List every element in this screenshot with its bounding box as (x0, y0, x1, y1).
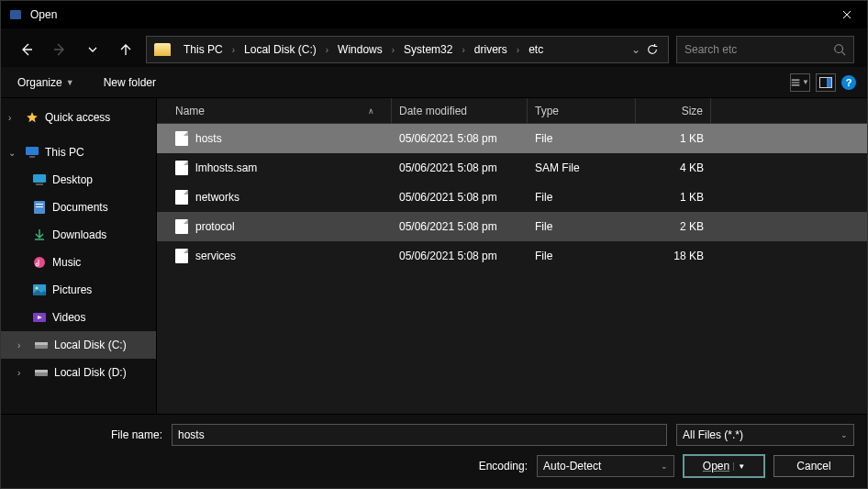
chevron-right-icon: › (17, 340, 28, 350)
encoding-select[interactable]: Auto-Detect ⌄ (537, 455, 674, 477)
arrow-up-icon (118, 42, 133, 57)
svg-rect-4 (26, 147, 39, 155)
forward-button[interactable] (47, 37, 72, 62)
filename-input[interactable] (172, 424, 667, 446)
file-icon (175, 190, 188, 205)
music-icon (32, 255, 47, 270)
tree-label: Documents (52, 201, 108, 214)
tree-label: Local Disk (C:) (54, 339, 127, 351)
chevron-right-icon: › (8, 113, 19, 123)
file-list[interactable]: hosts05/06/2021 5:08 pmFile1 KBlmhosts.s… (157, 124, 867, 271)
arrow-left-icon (19, 42, 34, 57)
tree-item-pictures[interactable]: Pictures (1, 276, 156, 304)
svg-rect-0 (10, 10, 21, 19)
breadcrumb-item[interactable]: etc (523, 43, 549, 56)
column-header-size[interactable]: Size (636, 98, 711, 123)
file-type: File (528, 250, 636, 262)
breadcrumb-item[interactable]: Windows (332, 43, 388, 56)
star-icon (25, 110, 39, 125)
file-icon (175, 249, 188, 263)
svg-rect-16 (35, 342, 48, 345)
desktop-icon (32, 172, 47, 187)
close-button[interactable] (826, 1, 867, 28)
preview-pane-icon (819, 77, 832, 88)
file-size: 18 KB (636, 250, 711, 262)
tree-label: Music (52, 256, 81, 269)
tree-item-local-disk-d[interactable]: › Local Disk (D:) (1, 359, 156, 386)
breadcrumb-item[interactable]: Local Disk (C:) (239, 43, 322, 56)
tree-item-downloads[interactable]: Downloads (1, 221, 156, 249)
breadcrumb-item[interactable]: System32 (398, 43, 458, 56)
new-folder-button[interactable]: New folder (98, 72, 161, 93)
chevron-down-icon[interactable]: ⌄ (631, 43, 640, 56)
address-bar[interactable]: This PC› Local Disk (C:)› Windows› Syste… (146, 36, 669, 63)
view-options-button[interactable]: ▼ (790, 73, 810, 92)
filename-label: File name: (14, 428, 162, 441)
help-button[interactable]: ? (841, 75, 856, 90)
open-button[interactable]: Open ▼ (684, 455, 764, 477)
svg-rect-9 (36, 204, 43, 205)
drive-icon (34, 365, 49, 380)
file-date: 05/06/2021 5:08 pm (392, 220, 528, 233)
chevron-down-icon: ⌄ (840, 430, 848, 439)
content-area: › Quick access ⌄ This PC Desktop (1, 98, 867, 414)
file-icon (175, 131, 188, 146)
refresh-icon[interactable] (646, 43, 659, 56)
tree-item-quick-access[interactable]: › Quick access (1, 104, 156, 131)
breadcrumb-item[interactable]: drivers (469, 43, 513, 56)
search-box[interactable] (676, 36, 854, 63)
file-date: 05/06/2021 5:08 pm (392, 191, 528, 204)
folder-icon (154, 43, 171, 56)
column-headers: Name ∧ Date modified Type Size (157, 98, 867, 124)
breadcrumb-item[interactable]: This PC (178, 43, 228, 56)
file-name: services (195, 250, 236, 262)
tree-item-local-disk-c[interactable]: › Local Disk (C:) (1, 331, 156, 359)
file-type-filter[interactable]: All Files (*.*) ⌄ (676, 424, 854, 446)
chevron-down-icon: ⌄ (661, 461, 668, 471)
column-header-name[interactable]: Name ∧ (168, 98, 392, 123)
file-row[interactable]: protocol05/06/2021 5:08 pmFile2 KB (157, 212, 867, 241)
chevron-down-icon: ▼ (66, 78, 74, 87)
file-icon (175, 219, 188, 234)
file-name: hosts (195, 132, 222, 145)
organize-button[interactable]: Organize ▼ (12, 72, 80, 93)
column-header-date[interactable]: Date modified (392, 98, 528, 123)
app-icon (8, 7, 23, 22)
file-type: File (528, 191, 636, 204)
svg-point-13 (36, 287, 39, 290)
tree-item-desktop[interactable]: Desktop (1, 166, 156, 194)
cancel-button[interactable]: Cancel (773, 455, 854, 477)
up-button[interactable] (113, 37, 139, 62)
file-size: 1 KB (636, 132, 711, 145)
chevron-right-icon: › (462, 45, 464, 55)
file-row[interactable]: networks05/06/2021 5:08 pmFile1 KB (157, 183, 867, 212)
back-button[interactable] (14, 37, 39, 62)
sort-ascending-icon: ∧ (368, 106, 374, 116)
file-date: 05/06/2021 5:08 pm (392, 161, 528, 174)
tree-item-music[interactable]: Music (1, 249, 156, 276)
documents-icon (32, 200, 47, 215)
svg-rect-5 (29, 156, 35, 158)
tree-item-videos[interactable]: Videos (1, 304, 156, 331)
file-row[interactable]: hosts05/06/2021 5:08 pmFile1 KB (157, 124, 867, 153)
file-date: 05/06/2021 5:08 pm (392, 132, 528, 145)
tree-item-documents[interactable]: Documents (1, 194, 156, 221)
tree-label: Desktop (52, 173, 93, 186)
videos-icon (32, 310, 47, 325)
search-input[interactable] (684, 43, 833, 56)
preview-pane-button[interactable] (816, 73, 836, 92)
svg-rect-3 (827, 78, 831, 87)
arrow-right-icon (52, 42, 67, 57)
tree-label: Local Disk (D:) (54, 366, 127, 379)
file-row[interactable]: lmhosts.sam05/06/2021 5:08 pmSAM File4 K… (157, 153, 867, 183)
file-size: 2 KB (636, 220, 711, 233)
navigation-pane: › Quick access ⌄ This PC Desktop (1, 98, 157, 414)
file-list-pane: Name ∧ Date modified Type Size hosts05/0… (157, 98, 867, 414)
file-row[interactable]: services05/06/2021 5:08 pmFile18 KB (157, 241, 867, 271)
chevron-right-icon: › (17, 368, 28, 378)
tree-item-this-pc[interactable]: ⌄ This PC (1, 139, 156, 166)
column-header-type[interactable]: Type (528, 98, 636, 123)
pc-icon (25, 145, 39, 160)
recent-locations-button[interactable] (80, 37, 106, 62)
titlebar: Open (1, 1, 867, 28)
